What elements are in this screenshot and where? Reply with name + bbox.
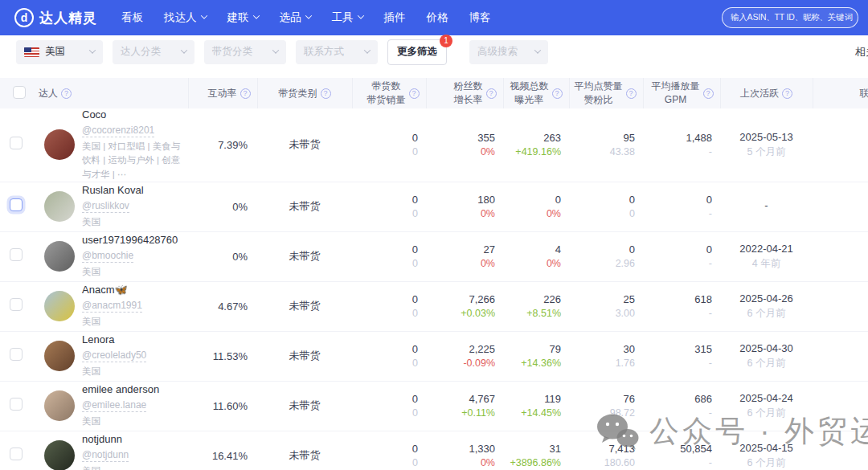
table-row: Coco @cocorenzi8201 美国 | 对口型唱 | 美食与饮料 | …	[0, 108, 868, 182]
last-active-date: 2025-04-26	[725, 292, 808, 304]
related-sort-label[interactable]: 相关达人	[855, 45, 868, 59]
help-icon[interactable]	[626, 88, 637, 99]
help-icon[interactable]	[486, 88, 497, 99]
row-checkbox[interactable]	[10, 248, 23, 261]
followers-value: 27	[431, 243, 495, 255]
last-active-cell: 2025-05-13 5 个月前	[720, 108, 813, 182]
creator-name[interactable]: notjdunn	[82, 433, 183, 445]
creator-name[interactable]: emilee anderson	[82, 383, 183, 395]
chevron-down-icon	[534, 47, 541, 53]
filter-select[interactable]: 联系方式	[296, 40, 378, 64]
nav-item-label: 价格	[427, 10, 448, 25]
sales-category-value: 未带货	[257, 231, 352, 281]
followers-cell: 355 0%	[426, 108, 503, 182]
avatar[interactable]	[44, 341, 75, 371]
creator-name[interactable]: Coco	[82, 108, 183, 121]
chevron-down-icon	[357, 12, 363, 18]
last-active-cell: 2025-04-15 6 个月前	[720, 431, 813, 470]
avg-views-cell: 315 -	[643, 331, 720, 381]
nav-menu-item[interactable]: 价格	[427, 10, 448, 25]
creator-handle[interactable]: @notjdunn	[82, 449, 129, 462]
videos-value: 31	[508, 443, 561, 455]
sales-cell: 0 0	[352, 381, 426, 431]
sales-category-value: 未带货	[257, 182, 352, 231]
creator-name[interactable]: Anacm🦋	[82, 284, 183, 296]
creator-tags: 美国	[82, 315, 183, 329]
sales-count-value: 0	[357, 132, 418, 144]
creator-name[interactable]: Lenora	[82, 333, 183, 345]
row-checkbox[interactable]	[10, 348, 23, 361]
filter-select[interactable]: 达人分类	[113, 40, 194, 64]
nav-menu-item[interactable]: 工具	[332, 10, 363, 25]
creator-handle[interactable]: @ruslikkov	[82, 200, 129, 213]
chevron-down-icon	[181, 47, 187, 53]
col-views: 平均播放量GPM	[652, 81, 700, 106]
help-icon[interactable]	[782, 88, 792, 99]
creator-handle[interactable]: @anacm1991	[82, 300, 142, 313]
sales-count-value: 0	[357, 443, 418, 455]
country-select[interactable]: 美国	[16, 40, 103, 64]
select-all-checkbox[interactable]	[13, 86, 26, 99]
last-active-cell: 2025-04-26 6 个月前	[720, 281, 813, 331]
engagement-rate-value: 11.60%	[188, 381, 257, 431]
advanced-search-select[interactable]: 高级搜索	[469, 40, 548, 64]
avg-likes-cell: 25 3.00	[569, 281, 643, 331]
engagement-rate-value: 11.53%	[188, 331, 257, 381]
table-body: Coco @cocorenzi8201 美国 | 对口型唱 | 美食与饮料 | …	[0, 108, 868, 470]
like-follow-ratio-value: 2.96	[574, 258, 635, 269]
filter-select[interactable]: 带货分类	[204, 40, 286, 64]
help-icon[interactable]	[409, 88, 420, 99]
help-icon[interactable]	[321, 88, 331, 99]
avatar[interactable]	[44, 191, 75, 222]
contact-cell	[813, 281, 868, 331]
avg-likes-cell: 76 98.72	[569, 381, 643, 431]
row-checkbox[interactable]	[10, 448, 23, 460]
col-category: 带货类别	[279, 87, 317, 100]
logo[interactable]: d 达人精灵	[14, 8, 97, 27]
us-flag-icon	[24, 47, 39, 57]
exposure-value: +3896.86%	[508, 457, 561, 468]
row-checkbox[interactable]	[10, 298, 23, 311]
help-icon[interactable]	[240, 88, 251, 99]
followers-growth-value: -0.09%	[431, 358, 495, 369]
chevron-down-icon	[200, 12, 207, 18]
gpm-value: -	[648, 258, 712, 269]
avatar[interactable]	[44, 440, 75, 470]
last-active-ago: 4 年前	[725, 257, 808, 271]
nav-menu-item[interactable]: 博客	[469, 10, 491, 25]
nav-menu-item[interactable]: 选品	[280, 10, 311, 25]
row-checkbox[interactable]	[10, 137, 23, 149]
avatar[interactable]	[44, 291, 75, 321]
row-checkbox[interactable]	[10, 198, 23, 211]
help-icon[interactable]	[552, 88, 563, 99]
followers-cell: 180 0%	[426, 182, 503, 231]
global-search-input[interactable]: 输入ASIN、TT ID、昵称、关键词	[722, 7, 858, 28]
avatar[interactable]	[44, 129, 75, 160]
creator-handle[interactable]: @bmoochie	[82, 250, 133, 263]
sales-volume-value: 0	[357, 258, 418, 269]
creator-handle[interactable]: @emilee.lanae	[82, 399, 146, 412]
row-checkbox[interactable]	[10, 398, 23, 411]
avatar[interactable]	[44, 390, 75, 421]
help-icon[interactable]	[61, 88, 72, 99]
top-navbar: d 达人精灵 看板 找达人 建联 选品 工具 插件 价格 博客 输入ASIN、T…	[0, 0, 868, 35]
creator-name[interactable]: user1971996428760	[82, 234, 183, 246]
nav-menu-item[interactable]: 插件	[384, 10, 406, 25]
last-active-ago: 6 个月前	[725, 407, 808, 420]
gpm-value: -	[648, 358, 712, 369]
creator-name[interactable]: Ruslan Koval	[82, 184, 183, 196]
creator-tags: 美国	[82, 365, 183, 378]
avg-likes-value: 25	[574, 293, 635, 305]
nav-item-label: 找达人	[164, 10, 197, 25]
creator-handle[interactable]: @creolelady50	[82, 349, 146, 362]
creator-handle[interactable]: @cocorenzi8201	[82, 125, 154, 137]
help-icon[interactable]	[703, 88, 714, 99]
gpm-value: -	[648, 457, 712, 468]
nav-menu-item[interactable]: 建联	[227, 10, 259, 25]
more-filters-button[interactable]: 更多筛选 1	[387, 39, 447, 65]
chevron-down-icon	[89, 47, 96, 53]
nav-menu-item[interactable]: 看板	[121, 10, 143, 25]
followers-value: 1,330	[431, 443, 495, 455]
nav-menu-item[interactable]: 找达人	[164, 10, 207, 25]
avatar[interactable]	[44, 241, 75, 272]
